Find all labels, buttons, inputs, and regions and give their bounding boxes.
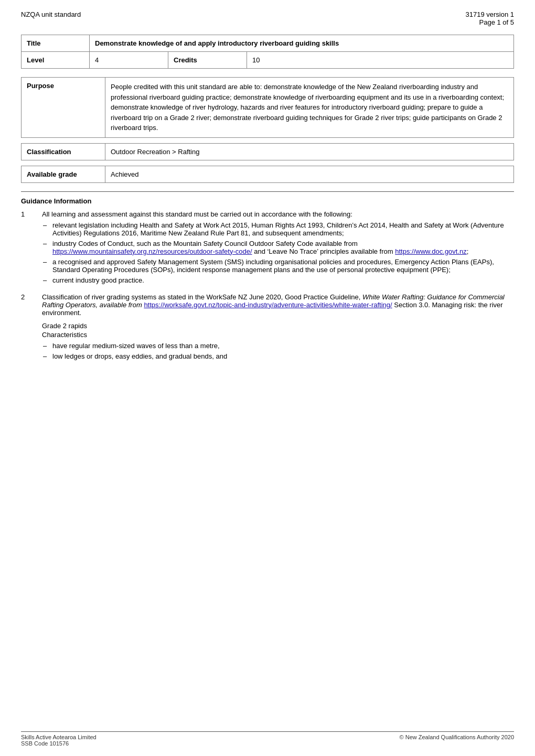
available-grade-label: Available grade <box>22 166 105 182</box>
list-content-2: Classification of river grading systems … <box>42 293 514 363</box>
footer-right: © New Zealand Qualifications Authority 2… <box>400 734 514 747</box>
list-item: have regular medium-sized waves of less … <box>42 342 514 350</box>
grade2-section: Grade 2 rapids Characteristics have regu… <box>42 322 514 360</box>
list-item: a recognised and approved Safety Managem… <box>42 258 514 274</box>
list-item: current industry good practice. <box>42 276 514 284</box>
page-footer: Skills Active Aotearoa Limited SSB Code … <box>21 731 514 747</box>
footer-org: Skills Active Aotearoa Limited <box>21 734 97 740</box>
classification-label: Classification <box>22 143 105 160</box>
title-row: Title Demonstrate knowledge of and apply… <box>22 35 514 52</box>
item1-sublist: relevant legislation including Health an… <box>42 221 514 284</box>
list-item: relevant legislation including Health an… <box>42 221 514 237</box>
worksafe-link[interactable]: https://worksafe.govt.nz/topic-and-indus… <box>144 301 392 309</box>
nzqa-label: NZQA unit standard <box>21 10 81 18</box>
divider <box>21 191 514 192</box>
list-item: industry Codes of Conduct, such as the M… <box>42 240 514 255</box>
mountainsafety-link[interactable]: https://www.mountainsafety.org.nz/resour… <box>52 247 252 255</box>
credits-label: Credits <box>168 52 247 69</box>
credits-value: 10 <box>247 52 514 69</box>
list-num-1: 1 <box>21 210 42 218</box>
level-row: Level 4 Credits 10 <box>22 52 514 69</box>
footer-ssb: SSB Code 101576 <box>21 740 97 747</box>
title-label: Title <box>22 35 90 52</box>
level-value: 4 <box>90 52 168 69</box>
header-left: NZQA unit standard <box>21 10 81 18</box>
list-item: low ledges or drops, easy eddies, and gr… <box>42 352 514 360</box>
docgovt-link[interactable]: https://www.doc.govt.nz <box>395 247 467 255</box>
item2-intro: Classification of river grading systems … <box>42 293 505 317</box>
purpose-row: Purpose People credited with this unit s… <box>22 78 514 138</box>
header-right: 31719 version 1 Page 1 of 5 <box>465 10 514 26</box>
purpose-label: Purpose <box>22 78 105 138</box>
list-item-1: 1 All learning and assessment against th… <box>21 210 514 287</box>
classification-row: Classification Outdoor Recreation > Raft… <box>22 143 514 160</box>
level-label: Level <box>22 52 90 69</box>
list-num-2: 2 <box>21 293 42 301</box>
page-header: NZQA unit standard 31719 version 1 Page … <box>21 10 514 26</box>
list-content-1: All learning and assessment against this… <box>42 210 514 287</box>
grade2-list: have regular medium-sized waves of less … <box>42 342 514 360</box>
grade2-title: Grade 2 rapids <box>42 322 514 330</box>
guidance-title: Guidance Information <box>21 197 514 205</box>
title-table: Title Demonstrate knowledge of and apply… <box>21 35 514 69</box>
item1-intro: All learning and assessment against this… <box>42 210 352 218</box>
page-number: Page 1 of 5 <box>465 18 514 26</box>
available-grade-row: Available grade Achieved <box>22 166 514 182</box>
list-item-2: 2 Classification of river grading system… <box>21 293 514 363</box>
classification-value: Outdoor Recreation > Rafting <box>105 143 514 160</box>
classification-table: Classification Outdoor Recreation > Raft… <box>21 143 514 160</box>
purpose-table: Purpose People credited with this unit s… <box>21 77 514 138</box>
available-grade-table: Available grade Achieved <box>21 166 514 183</box>
guidance-list: 1 All learning and assessment against th… <box>21 210 514 363</box>
grade2-subtitle: Characteristics <box>42 331 514 339</box>
purpose-value: People credited with this unit standard … <box>105 78 514 138</box>
available-grade-value: Achieved <box>105 166 514 182</box>
title-value: Demonstrate knowledge of and apply intro… <box>90 35 514 52</box>
version-text: 31719 version 1 <box>465 10 514 18</box>
footer-left: Skills Active Aotearoa Limited SSB Code … <box>21 734 97 747</box>
